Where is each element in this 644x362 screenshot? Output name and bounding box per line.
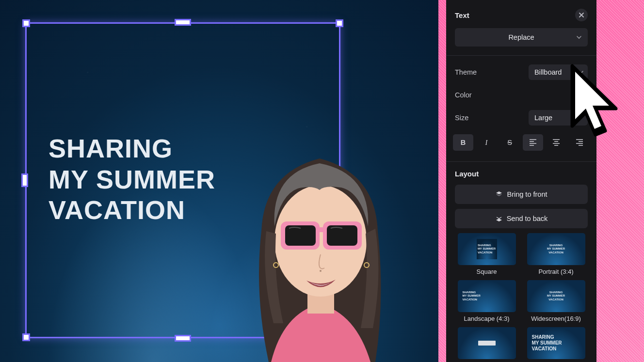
layout-section-title: Layout [455, 170, 588, 178]
chevron-down-icon [578, 115, 584, 121]
align-center-icon [552, 139, 560, 146]
resize-handle-tr[interactable] [336, 19, 343, 27]
resize-handle-bottom[interactable] [175, 335, 191, 342]
resize-handle-left[interactable] [21, 173, 28, 187]
divider [446, 161, 596, 162]
canvas-preview[interactable]: SHARING MY SUMMER VACATION [0, 0, 438, 362]
layout-thumb: SHARINGMY SUMMERVACATION [527, 327, 585, 359]
theme-value: Billboard [534, 68, 562, 76]
svg-point-7 [320, 270, 322, 272]
align-right-icon [576, 139, 583, 146]
layout-option-fill-slide[interactable]: SHARINGMY SUMMERVACATION Fill slide [524, 327, 588, 362]
panel-title: Text [455, 11, 469, 19]
size-label: Size [455, 114, 468, 122]
close-panel-button[interactable] [575, 9, 588, 21]
bring-to-front-label: Bring to front [507, 190, 547, 198]
layout-label: Landscape (4:3) [464, 315, 510, 322]
align-right-button[interactable] [569, 134, 590, 151]
layout-thumb: SHARINGMY SUMMERVACATION [458, 280, 516, 312]
layout-label: Square [477, 268, 497, 275]
align-left-icon [529, 139, 537, 146]
layout-thumb: SHARINGMY SUMMERVACATION [458, 233, 516, 265]
layout-label: Widescreen(16:9) [531, 315, 581, 322]
svg-rect-4 [320, 227, 324, 232]
layout-option-widescreen[interactable]: SHARINGMY SUMMERVACATION Widescreen(16:9… [524, 280, 588, 322]
bring-to-front-button[interactable]: Bring to front [455, 185, 588, 204]
layout-thumb [458, 327, 516, 359]
resize-handle-tl[interactable] [22, 19, 30, 27]
color-picker-button[interactable]: A [575, 89, 588, 101]
replace-dropdown[interactable]: Replace [455, 28, 588, 47]
send-to-back-icon [495, 215, 503, 222]
theme-label: Theme [455, 68, 477, 76]
layout-option-square[interactable]: SHARINGMY SUMMERVACATION Square [455, 233, 518, 275]
replace-label: Replace [508, 33, 534, 41]
resize-handle-top[interactable] [175, 19, 191, 26]
send-to-back-button[interactable]: Send to back [455, 209, 588, 228]
chevron-down-icon [576, 34, 582, 40]
canvas-text-line: VACATION [48, 195, 215, 226]
layout-option-landscape[interactable]: SHARINGMY SUMMERVACATION Landscape (4:3) [455, 280, 518, 322]
canvas-text-line: MY SUMMER [48, 164, 215, 195]
italic-button[interactable]: I [476, 134, 497, 151]
color-swatch-letter: A [580, 92, 583, 98]
chevron-down-icon [578, 69, 584, 75]
bring-to-front-icon [495, 190, 503, 198]
color-label: Color [455, 91, 472, 99]
divider [446, 55, 596, 56]
canvas-text-block[interactable]: SHARING MY SUMMER VACATION [48, 133, 215, 226]
size-dropdown[interactable]: Large [529, 110, 588, 126]
close-icon [579, 12, 584, 18]
layout-thumb: SHARINGMY SUMMERVACATION [527, 280, 585, 312]
person-photo [215, 120, 424, 362]
align-center-button[interactable] [546, 134, 566, 151]
layout-option-fit-to-text[interactable]: Fit to text [455, 327, 518, 362]
send-to-back-label: Send to back [507, 215, 548, 222]
layout-label: Portrait (3:4) [538, 268, 573, 275]
text-properties-panel: Text Replace Theme Billboard Color A Siz… [446, 0, 596, 362]
bold-button[interactable]: B [453, 134, 473, 151]
layout-option-portrait[interactable]: SHARINGMY SUMMERVACATION Portrait (3:4) [524, 233, 588, 275]
align-left-button[interactable] [523, 134, 543, 151]
layout-thumb: SHARINGMY SUMMERVACATION [527, 233, 585, 265]
resize-handle-bl[interactable] [22, 333, 30, 341]
theme-dropdown[interactable]: Billboard [529, 64, 588, 80]
size-value: Large [534, 114, 552, 122]
strikethrough-button[interactable]: S [499, 134, 520, 151]
canvas-text-line: SHARING [48, 133, 215, 164]
